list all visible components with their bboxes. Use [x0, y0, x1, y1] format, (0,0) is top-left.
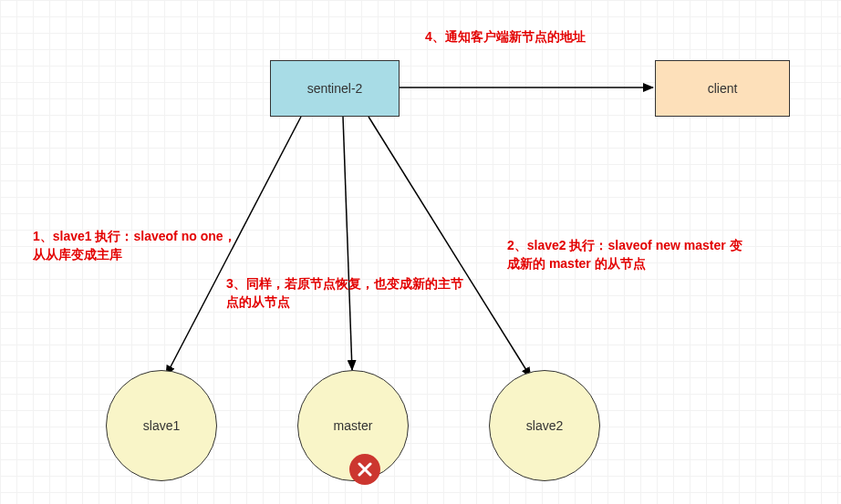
node-sentinel-label: sentinel-2 [307, 81, 363, 96]
close-icon [349, 454, 380, 485]
node-slave2: slave2 [489, 370, 600, 481]
edge-sentinel-master [343, 117, 352, 370]
node-sentinel: sentinel-2 [270, 60, 400, 117]
annotation-3: 3、同样，若原节点恢复，也变成新的主节点的从节点 [226, 274, 472, 312]
node-slave1: slave1 [106, 370, 217, 481]
node-master-label: master [334, 418, 373, 433]
node-slave1-label: slave1 [143, 418, 180, 433]
node-client: client [655, 60, 790, 117]
annotation-4: 4、通知客户端新节点的地址 [425, 27, 653, 46]
annotation-2: 2、slave2 执行：slaveof new master 变成新的 mast… [507, 236, 744, 273]
node-client-label: client [708, 81, 738, 96]
annotation-1: 1、slave1 执行：slaveof no one，从从库变成主库 [33, 227, 246, 264]
node-slave2-label: slave2 [526, 418, 563, 433]
